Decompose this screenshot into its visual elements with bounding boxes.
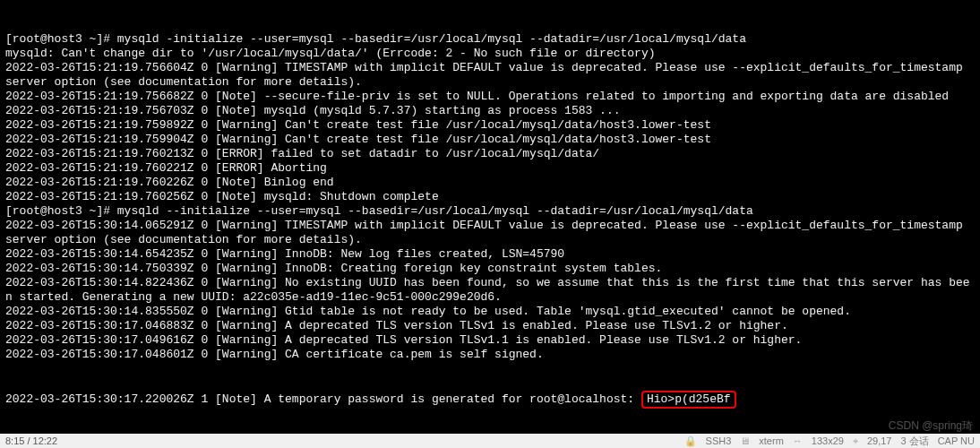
terminal-line: 2022-03-26T15:30:17.048601Z 0 [Warning] …	[5, 348, 975, 362]
terminal-line: 2022-03-26T15:30:14.065291Z 0 [Warning] …	[5, 219, 975, 247]
terminal-line: 2022-03-26T15:21:19.760256Z 0 [Note] mys…	[5, 190, 975, 204]
terminal-line: 2022-03-26T15:21:19.756682Z 0 [Note] --s…	[5, 90, 975, 104]
status-size: 133x29	[812, 435, 844, 446]
terminal-line: 2022-03-26T15:30:14.750339Z 0 [Warning] …	[5, 262, 975, 276]
terminal-line: 2022-03-26T15:21:19.760213Z 0 [ERROR] fa…	[5, 147, 975, 161]
status-cap: CAP NU	[938, 435, 975, 446]
terminal-line: [root@host3 ~]# mysqld --initialize --us…	[5, 204, 975, 219]
password-line: 2022-03-26T15:30:17.220026Z 1 [Note] A t…	[5, 391, 975, 409]
terminal-line: 2022-03-26T15:30:17.049616Z 0 [Warning] …	[5, 333, 975, 348]
terminal-line: 2022-03-26T15:21:19.756604Z 0 [Warning] …	[5, 61, 975, 90]
terminal-line: 2022-03-26T15:30:17.046883Z 0 [Warning] …	[5, 319, 975, 333]
status-bar: 8:15 / 12:22 🔒 SSH3 🖥 xterm ↔ 133x29 ⌖ 2…	[0, 434, 980, 448]
lock-icon: 🔒	[684, 435, 697, 447]
size-icon: ↔	[793, 435, 803, 446]
generated-password: Hio>p(d25eBf	[641, 391, 736, 409]
password-prefix: 2022-03-26T15:30:17.220026Z 1 [Note] A t…	[5, 392, 641, 406]
status-left: 8:15 / 12:22	[5, 435, 57, 446]
status-sess: 3 会话	[900, 435, 928, 448]
terminal-output[interactable]: [root@host3 ~]# mysqld -initialize --use…	[0, 0, 980, 448]
watermark-text: CSDN @spring琦	[889, 418, 973, 434]
terminal-line: 2022-03-26T15:30:14.822436Z 0 [Warning] …	[5, 276, 975, 305]
terminal-line: mysqld: Can't change dir to '/usr/local/…	[5, 47, 975, 61]
status-pos: 29,17	[867, 435, 892, 446]
terminal-line: 2022-03-26T15:21:19.760221Z 0 [ERROR] Ab…	[5, 161, 975, 176]
terminal-line: 2022-03-26T15:30:14.835550Z 0 [Warning] …	[5, 305, 975, 319]
status-term: xterm	[759, 435, 784, 446]
terminal-line: 2022-03-26T15:21:19.760226Z 0 [Note] Bin…	[5, 176, 975, 190]
terminal-line: 2022-03-26T15:21:19.759904Z 0 [Warning] …	[5, 133, 975, 147]
terminal-line: 2022-03-26T15:30:14.654235Z 0 [Warning] …	[5, 247, 975, 262]
terminal-line: 2022-03-26T15:21:19.756703Z 0 [Note] mys…	[5, 104, 975, 118]
terminal-icon: 🖥	[740, 435, 750, 446]
status-ssh: SSH3	[706, 435, 732, 446]
terminal-line: [root@host3 ~]# mysqld -initialize --use…	[5, 32, 975, 47]
terminal-line: 2022-03-26T15:21:19.759892Z 0 [Warning] …	[5, 118, 975, 133]
position-icon: ⌖	[853, 435, 858, 447]
